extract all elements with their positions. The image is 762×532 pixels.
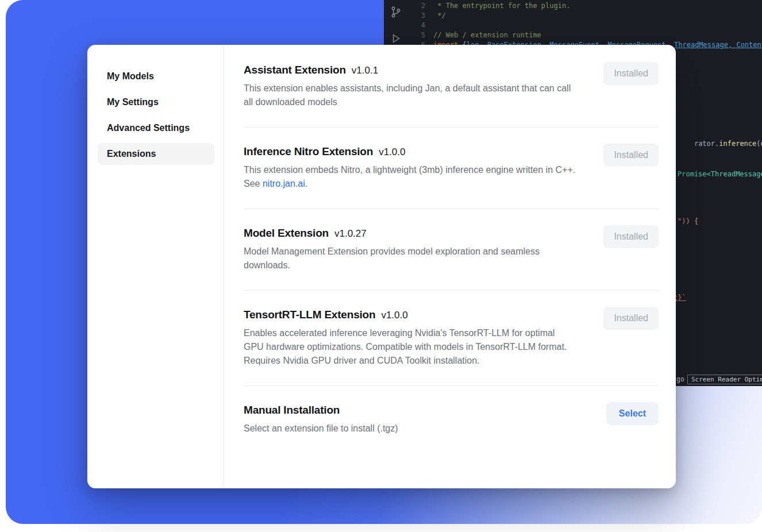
extension-info: Inference Nitro Extension v1.0.0 This ex…: [244, 145, 603, 191]
sidebar-item-label: Advanced Settings: [107, 123, 190, 133]
source-control-icon[interactable]: [390, 6, 402, 20]
extension-title-line: Assistant Extension v1.0.1: [244, 64, 588, 76]
installed-button[interactable]: Installed: [603, 144, 659, 167]
select-file-button[interactable]: Select: [606, 402, 659, 425]
line-number: 2: [410, 1, 425, 11]
extension-description: This extension embeds Nitro, a lightweig…: [244, 163, 577, 191]
extension-title-line: Model Extension v1.0.27: [244, 227, 588, 240]
extension-description: Model Management Extension provides mode…: [244, 245, 577, 272]
code-fragment: Promise<ThreadMessage>: [678, 170, 762, 178]
sidebar-item-label: My Models: [107, 71, 154, 81]
sidebar-item-my-models[interactable]: My Models: [98, 65, 214, 87]
extension-version: v1.0.1: [352, 65, 378, 76]
extension-title-line: TensortRT-LLM Extension v1.0.0: [244, 309, 588, 321]
extension-description: Enables accelerated inference leveraging…: [244, 326, 577, 368]
settings-sidebar: My Models My Settings Advanced Settings …: [87, 45, 224, 488]
extension-info: TensortRT-LLM Extension v1.0.0 Enables a…: [244, 309, 603, 368]
extension-info: Model Extension v1.0.27 Model Management…: [244, 227, 603, 272]
code-function: inference: [719, 140, 756, 148]
extension-title: Inference Nitro Extension: [244, 145, 373, 158]
extension-row-tensorrt: TensortRT-LLM Extension v1.0.0 Enables a…: [244, 290, 659, 385]
installed-button[interactable]: Installed: [603, 62, 659, 85]
extension-row-assistant: Assistant Extension v1.0.1 This extensio…: [244, 45, 659, 127]
extension-description: This extension enables assistants, inclu…: [244, 82, 577, 109]
extension-info: Assistant Extension v1.0.1 This extensio…: [244, 64, 603, 109]
sidebar-item-extensions[interactable]: Extensions: [98, 143, 214, 165]
extension-version: v1.0.0: [381, 310, 407, 321]
extensions-list: Assistant Extension v1.0.1 This extensio…: [224, 45, 676, 488]
code-line: 4: [410, 21, 762, 30]
extension-title: TensortRT-LLM Extension: [244, 309, 375, 321]
extension-version: v1.0.27: [334, 228, 367, 240]
extension-title: Manual Installation: [244, 404, 340, 417]
code-fragment: rator.inference(data));: [678, 132, 762, 156]
extension-description: Select an extension file to install (.tg…: [244, 422, 577, 435]
extension-row-manual-install: Manual Installation Select an extension …: [244, 385, 659, 453]
sidebar-item-label: Extensions: [107, 149, 156, 159]
description-text: .: [305, 179, 307, 188]
code-text: (data));: [756, 140, 762, 148]
nitro-link[interactable]: nitro.jan.ai: [263, 179, 305, 188]
statusbar-screen-reader-badge[interactable]: Screen Reader Optimized: [687, 375, 762, 384]
code-comment: */: [433, 11, 446, 21]
installed-button[interactable]: Installed: [603, 307, 659, 330]
code-comment: // Web / extension runtime: [433, 30, 541, 40]
extension-title: Assistant Extension: [244, 64, 346, 76]
line-number: 3: [410, 11, 425, 21]
code-line: 2 * The entrypoint for the plugin.: [410, 1, 762, 11]
sidebar-item-advanced-settings[interactable]: Advanced Settings: [98, 117, 214, 139]
settings-modal: My Models My Settings Advanced Settings …: [87, 45, 676, 488]
line-number: 4: [410, 21, 425, 30]
extension-title: Model Extension: [244, 227, 329, 240]
code-area: 2 * The entrypoint for the plugin. 3 */ …: [410, 1, 762, 50]
extension-info: Manual Installation Select an extension …: [244, 404, 606, 435]
code-text: rator.: [694, 140, 719, 148]
line-number: 5: [410, 30, 425, 40]
statusbar-language[interactable]: go: [676, 375, 684, 383]
extension-title-line: Manual Installation: [244, 404, 591, 417]
code-comment: * The entrypoint for the plugin.: [433, 1, 570, 11]
sidebar-item-my-settings[interactable]: My Settings: [98, 91, 214, 113]
extension-row-nitro: Inference Nitro Extension v1.0.0 This ex…: [244, 127, 659, 209]
extension-version: v1.0.0: [379, 147, 405, 158]
extension-title-line: Inference Nitro Extension v1.0.0: [244, 145, 588, 158]
sidebar-item-label: My Settings: [107, 97, 159, 107]
code-fragment: ")) {: [678, 217, 698, 225]
code-line: 3 */: [410, 11, 762, 21]
code-line: 5 // Web / extension runtime: [410, 30, 762, 40]
installed-button[interactable]: Installed: [603, 225, 659, 248]
extension-row-model: Model Extension v1.0.27 Model Management…: [244, 209, 659, 290]
